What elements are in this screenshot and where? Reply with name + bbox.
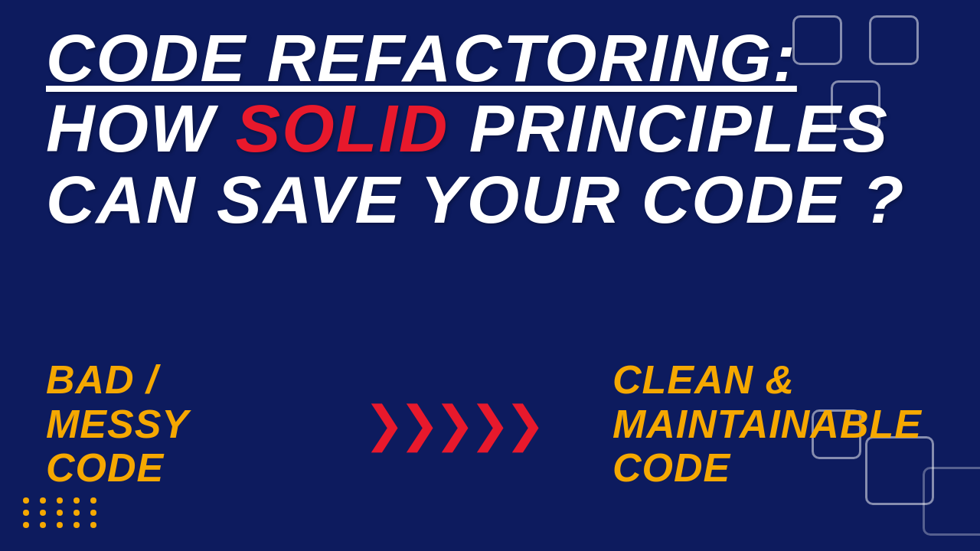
- bad-code-label: BAD / MESSY CODE: [46, 358, 291, 490]
- arrows-section: ❯❯❯❯❯: [291, 396, 612, 452]
- dot: [23, 497, 29, 504]
- dot: [74, 510, 80, 516]
- dot: [57, 522, 63, 528]
- bad-code-line1: BAD / MESSY: [46, 357, 189, 445]
- dot: [40, 510, 46, 516]
- dot: [23, 510, 29, 516]
- dot: [90, 522, 96, 528]
- title-how: HOW: [46, 90, 236, 166]
- dot: [23, 522, 29, 528]
- dot: [74, 522, 80, 528]
- clean-code-label: CLEAN & MAINTAINABLE CODE: [612, 358, 934, 490]
- dot: [90, 497, 96, 504]
- main-content: CODE REFACTORING: HOW SOLID PRINCIPLES C…: [46, 23, 934, 235]
- bad-code-line2: CODE: [46, 445, 164, 490]
- background: CODE REFACTORING: HOW SOLID PRINCIPLES C…: [0, 0, 980, 551]
- clean-code-line1: CLEAN &: [612, 357, 795, 402]
- title-line1: CODE REFACTORING:: [46, 23, 934, 93]
- dot: [90, 510, 96, 516]
- dot-grid: [23, 497, 101, 528]
- title-line3: CAN SAVE YOUR CODE ?: [46, 165, 934, 235]
- title-line2: HOW SOLID PRINCIPLES: [46, 93, 934, 164]
- title-solid: SOLID: [236, 90, 449, 166]
- dot: [40, 497, 46, 504]
- dot: [57, 510, 63, 516]
- arrows-icon: ❯❯❯❯❯: [364, 396, 540, 452]
- bottom-section: BAD / MESSY CODE ❯❯❯❯❯ CLEAN & MAINTAINA…: [46, 358, 934, 490]
- dot: [40, 522, 46, 528]
- clean-code-line3: CODE: [612, 445, 730, 490]
- dot: [57, 497, 63, 504]
- dot: [74, 497, 80, 504]
- title-principles: PRINCIPLES: [449, 90, 889, 166]
- clean-code-line2: MAINTAINABLE: [612, 402, 922, 446]
